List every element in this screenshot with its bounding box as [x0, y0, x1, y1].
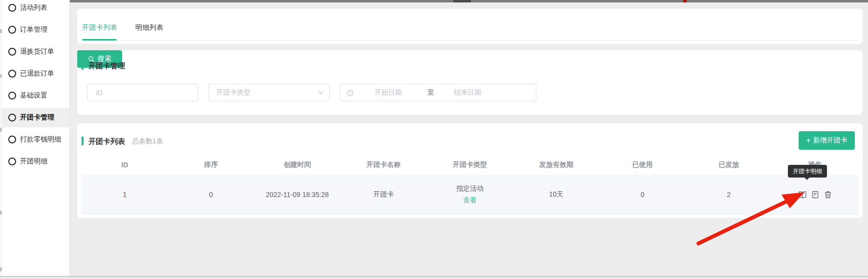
column-header-sort: 排序 [168, 160, 254, 169]
radio-circle-icon [8, 70, 16, 78]
delete-trash-icon[interactable] [824, 190, 832, 199]
plus-icon: + [806, 137, 810, 144]
column-header-id: ID [82, 161, 168, 169]
table-header-row: ID 排序 创建时间 开团卡名称 开团卡类型 发放有效期 已使用 已发放 操作 [82, 155, 858, 175]
cell-card-name: 开团卡 [340, 190, 427, 199]
table-section-title: 开团卡列表 [88, 137, 125, 146]
section-title-bar [82, 61, 84, 70]
active-tab-underline [82, 39, 117, 40]
sidebar-item-group-detail[interactable]: 开团明细 [2, 152, 69, 171]
column-header-created-at: 创建时间 [254, 160, 340, 169]
column-header-validity: 发放有效期 [513, 160, 599, 169]
column-header-used: 已使用 [599, 160, 686, 169]
radio-circle-icon [8, 26, 16, 34]
sidebar: 活动列表 订单管理 退换货订单 已退款订单 基础设置 开团卡管理 打款零钱明细 … [2, 0, 70, 276]
radio-circle-icon [8, 136, 16, 143]
sidebar-item-label: 打款零钱明细 [20, 135, 61, 144]
id-filter-field [87, 84, 198, 101]
cell-card-type: 指定活动 查看 [427, 184, 513, 205]
card-type-select[interactable]: 开团卡类型 [209, 84, 330, 101]
sidebar-item-label: 开团卡管理 [20, 113, 54, 122]
cell-created-at: 2022-11-09 18:35:28 [254, 191, 340, 199]
add-button-label: 新增开团卡 [813, 136, 847, 145]
start-date-placeholder[interactable]: 开始日期 [375, 88, 402, 97]
sidebar-item-group-card-management[interactable]: 开团卡管理 [2, 108, 69, 127]
clock-icon [346, 89, 354, 97]
cell-validity: 10天 [513, 190, 599, 199]
cell-used: 0 [599, 191, 686, 199]
tab-divider [82, 40, 859, 40]
tabs-card: 开团卡列表 明细列表 [77, 9, 863, 44]
column-header-card-type: 开团卡类型 [427, 160, 513, 169]
radio-circle-icon [8, 48, 16, 56]
radio-circle-icon [8, 114, 16, 121]
column-header-card-name: 开团卡名称 [340, 160, 427, 169]
cell-sort: 0 [168, 191, 254, 199]
edit-document-icon[interactable] [811, 190, 820, 199]
group-card-detail-book-icon[interactable] [798, 190, 807, 199]
card-type-placeholder: 开团卡类型 [216, 88, 251, 97]
radio-circle-icon [8, 92, 16, 100]
sidebar-item-basic-settings[interactable]: 基础设置 [2, 86, 69, 105]
cell-issued: 2 [686, 191, 772, 199]
chevron-down-icon [318, 90, 323, 96]
date-range-picker[interactable]: 开始日期 至 结束日期 [340, 84, 536, 101]
sidebar-item-label: 订单管理 [20, 25, 47, 34]
sidebar-item-label: 基础设置 [20, 91, 47, 100]
tooltip-arrow [804, 177, 810, 183]
filter-section-title: 开团卡管理 [88, 61, 125, 71]
radio-circle-icon [8, 158, 16, 165]
sidebar-item-order-management[interactable]: 订单管理 [2, 20, 69, 40]
radio-circle-icon [8, 4, 16, 12]
id-input[interactable] [95, 88, 191, 97]
sidebar-item-return-orders[interactable]: 退换货订单 [2, 42, 69, 61]
section-title-bar [82, 137, 84, 145]
sidebar-item-label: 退换货订单 [20, 47, 54, 56]
end-date-placeholder[interactable]: 结束日期 [454, 88, 481, 97]
date-range-separator: 至 [427, 88, 434, 97]
tooltip-text: 开团卡明细 [793, 167, 822, 176]
sidebar-item-label: 活动列表 [20, 3, 47, 12]
table-row[interactable]: 1 0 2022-11-09 18:35:28 开团卡 指定活动 查看 10天 … [82, 175, 858, 215]
sidebar-item-refunded-orders[interactable]: 已退款订单 [2, 64, 69, 83]
cell-id: 1 [82, 191, 168, 199]
column-header-issued: 已发放 [686, 160, 772, 169]
tab-detail-list[interactable]: 明细列表 [135, 23, 164, 32]
view-link[interactable]: 查看 [463, 196, 477, 205]
sidebar-item-activity-list[interactable]: 活动列表 [2, 0, 69, 18]
cell-actions [772, 190, 858, 199]
group-card-list-card: 开团卡列表 总条数1条 + 新增开团卡 ID 排序 创建时间 开团卡名称 开团卡… [77, 123, 863, 218]
bottom-edge-artifact [0, 276, 868, 279]
tab-group-card-list[interactable]: 开团卡列表 [82, 23, 118, 32]
filter-card: 开团卡管理 开团卡类型 开始日期 至 结束日期 搜索 [77, 50, 863, 115]
card-type-value: 指定活动 [456, 184, 484, 192]
add-group-card-button[interactable]: + 新增开团卡 [799, 131, 855, 150]
sidebar-item-label: 开团明细 [20, 157, 47, 166]
tooltip: 开团卡明细 [788, 165, 827, 178]
sidebar-item-payment-detail[interactable]: 打款零钱明细 [2, 130, 69, 149]
sidebar-item-label: 已退款订单 [20, 69, 54, 78]
total-count-text: 总条数1条 [132, 137, 163, 146]
